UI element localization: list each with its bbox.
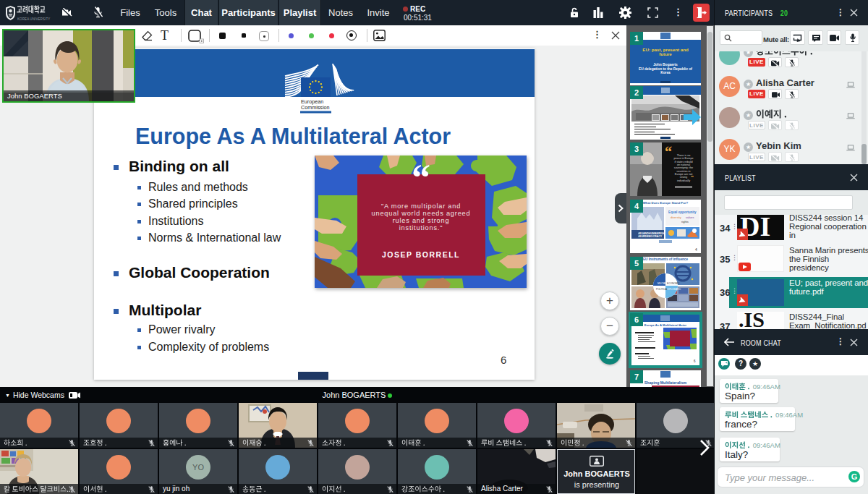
svg-text:“: “ [412, 157, 430, 198]
svg-text:DIPLOMATIC: DIPLOMATIC [667, 288, 681, 291]
svg-text:rights: rights [681, 220, 689, 223]
svg-text:ECONOMIC: ECONOMIC [667, 282, 680, 285]
svg-text:institutions.": institutions." [399, 224, 443, 231]
svg-text:rules and strong: rules and strong [393, 217, 450, 224]
svg-text:values: values [686, 216, 694, 219]
svg-text:unequal world needs agreed: unequal world needs agreed [372, 210, 471, 217]
svg-text:"A more multipolar and: "A more multipolar and [381, 203, 461, 210]
svg-text:Equal opportunity: Equal opportunity [668, 210, 697, 214]
svg-text:diversity: diversity [671, 216, 681, 219]
svg-text:JOSEP BORRELL: JOSEP BORRELL [382, 250, 460, 259]
svg-text:Commission: Commission [301, 104, 330, 111]
